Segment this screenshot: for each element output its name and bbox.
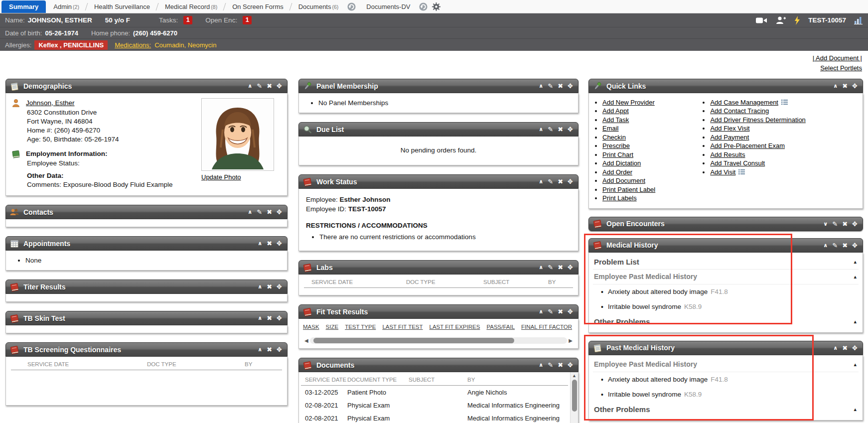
column-header[interactable]: SERVICE DATE (305, 377, 347, 383)
move-portlet-icon[interactable]: ✥ (568, 126, 573, 133)
history-item[interactable]: Anxiety about altered body image F41.8 (593, 284, 859, 299)
quick-link[interactable]: Add Driver Fitness Determination (710, 116, 805, 124)
quick-link[interactable]: Add Pre-Placement Exam (710, 142, 785, 149)
collapse-portlet-icon[interactable]: ∧ (258, 284, 262, 289)
quick-link[interactable]: Prescribe (602, 142, 630, 149)
edit-portlet-icon[interactable]: ✎ (548, 178, 553, 185)
move-portlet-icon[interactable]: ✥ (277, 209, 282, 215)
section-employee-past-medical-history[interactable]: Employee Past Medical History ▴ (593, 270, 859, 284)
fit-test-horizontal-scrollbar[interactable]: ◀ ▶ (303, 337, 574, 344)
portlet-labs-header[interactable]: Labs ∧ ✎ ✖ ✥ (298, 260, 579, 275)
close-portlet-icon[interactable]: ✖ (267, 209, 272, 215)
lightning-bolt-icon[interactable] (794, 16, 800, 25)
section-problem-list[interactable]: Problem List ▴ (593, 255, 859, 270)
quick-link[interactable]: Add Contact Tracing (710, 107, 769, 115)
portlet-tb-skin-test-header[interactable]: TB Skin Test ∧ ✖ ✥ (5, 311, 288, 325)
quick-link[interactable]: Print Patient Label (602, 186, 655, 193)
select-portlets-link[interactable]: Select Portlets (820, 64, 862, 72)
collapse-portlet-icon[interactable]: ∧ (833, 345, 838, 351)
portlet-past-medical-history-header[interactable]: Past Medical History ∧ ✖ ✥ (588, 341, 863, 355)
portlet-medical-history-header[interactable]: Medical History ∧ ✎ ✖ ✥ (588, 238, 863, 253)
open-enc-count-badge[interactable]: 1 (243, 16, 252, 24)
move-portlet-icon[interactable]: ✥ (568, 264, 573, 271)
move-portlet-icon[interactable]: ✥ (568, 178, 573, 185)
scrollbar-thumb[interactable] (572, 380, 577, 412)
list-icon[interactable] (738, 169, 745, 175)
add-document-link[interactable]: | Add Document | (813, 54, 862, 62)
column-header[interactable]: BY (467, 377, 475, 383)
column-header[interactable]: MASK (303, 324, 319, 330)
collapse-section-arrow-icon[interactable]: ▴ (854, 406, 858, 413)
quick-link[interactable]: Add Flex Visit (710, 125, 749, 132)
quick-link[interactable]: Add Document (602, 177, 645, 184)
collapse-portlet-icon[interactable]: ∧ (258, 315, 262, 321)
column-header[interactable]: DOC TYPE (406, 279, 483, 285)
collapse-portlet-icon[interactable]: ∧ (539, 179, 543, 184)
portlet-demographics-header[interactable]: Demographics ∧ ✎ ✖ ✥ (5, 79, 288, 93)
add-person-icon[interactable] (775, 16, 786, 25)
close-portlet-icon[interactable]: ✖ (267, 240, 272, 247)
portlet-due-list-header[interactable]: Due List ∧ ✎ ✖ ✥ (298, 122, 579, 137)
history-item[interactable]: Irritable bowel syndrome K58.9 (593, 299, 859, 314)
move-portlet-icon[interactable]: ✥ (852, 83, 858, 89)
move-portlet-icon[interactable]: ✥ (852, 345, 858, 351)
move-portlet-icon[interactable]: ✥ (852, 221, 858, 227)
quick-link[interactable]: Add Dictation (602, 159, 641, 167)
settings-gear-icon[interactable] (432, 2, 441, 11)
move-portlet-icon[interactable]: ✥ (277, 346, 282, 353)
close-portlet-icon[interactable]: ✖ (558, 178, 563, 185)
edit-portlet-icon[interactable]: ✎ (548, 264, 553, 271)
column-header[interactable]: BY (245, 361, 252, 367)
close-portlet-icon[interactable]: ✖ (267, 315, 272, 321)
section-employee-past-medical-history[interactable]: Employee Past Medical History ▴ (593, 357, 859, 372)
tasks-count-badge[interactable]: 1 (183, 16, 192, 24)
detach-documents-dv-tab-icon[interactable] (419, 2, 428, 11)
close-portlet-icon[interactable]: ✖ (558, 126, 563, 133)
quick-link[interactable]: Add Results (710, 151, 745, 158)
move-portlet-icon[interactable]: ✥ (852, 242, 858, 249)
history-item[interactable]: Anxiety about altered body image F41.8 (593, 372, 859, 387)
column-header[interactable]: SERVICE DATE (27, 361, 147, 367)
tab-admin[interactable]: Admin(2) (46, 0, 87, 13)
quick-link[interactable]: Checkin (602, 134, 626, 141)
quick-link[interactable]: Add New Provider (602, 99, 655, 106)
column-header[interactable]: BY (548, 279, 556, 285)
close-portlet-icon[interactable]: ✖ (558, 362, 563, 368)
close-portlet-icon[interactable]: ✖ (558, 83, 563, 89)
table-row[interactable]: 03-12-2025 Patient Photo Angie Nichols (301, 386, 568, 399)
close-portlet-icon[interactable]: ✖ (842, 345, 848, 351)
collapse-portlet-icon[interactable]: ∧ (539, 83, 543, 89)
patient-name-link[interactable]: Johnson, Esther (26, 99, 75, 108)
portlet-panel-membership-header[interactable]: Panel Membership ∧ ✎ ✖ ✥ (298, 79, 579, 93)
scroll-up-arrow-icon[interactable]: ▲ (572, 373, 577, 379)
video-camera-icon[interactable] (755, 16, 767, 24)
portlet-open-encounters-header[interactable]: Open Encounters ∨ ✎ ✖ ✥ (588, 217, 863, 231)
quick-link[interactable]: Add Order (602, 168, 632, 176)
detach-documents-tab-icon[interactable] (347, 2, 356, 11)
move-portlet-icon[interactable]: ✥ (568, 83, 573, 89)
collapse-portlet-icon[interactable]: ∧ (248, 83, 252, 89)
column-header[interactable]: LAST FIT EXPIRES (430, 324, 480, 330)
portlet-titer-results-header[interactable]: Titer Results ∧ ✖ ✥ (5, 280, 288, 294)
section-other-problems[interactable]: Other Problems ▴ (593, 402, 859, 417)
move-portlet-icon[interactable]: ✥ (568, 362, 573, 368)
close-portlet-icon[interactable]: ✖ (842, 242, 848, 249)
close-portlet-icon[interactable]: ✖ (558, 308, 563, 315)
tab-documents-dv[interactable]: Documents-DV (359, 0, 418, 13)
column-header[interactable]: SUBJECT (409, 377, 467, 383)
move-portlet-icon[interactable]: ✥ (277, 240, 282, 247)
column-header[interactable]: FINAL FIT FACTOR (521, 324, 572, 330)
collapse-portlet-icon[interactable]: ∧ (539, 309, 543, 314)
scroll-right-arrow-icon[interactable]: ▶ (567, 338, 574, 343)
move-portlet-icon[interactable]: ✥ (277, 283, 282, 290)
collapse-portlet-icon[interactable]: ∧ (258, 241, 262, 246)
collapse-section-arrow-icon[interactable]: ▴ (854, 318, 858, 325)
portlet-tb-screening-header[interactable]: TB Screening Questionnaires ∧ ✖ ✥ (5, 342, 288, 357)
close-portlet-icon[interactable]: ✖ (558, 264, 563, 271)
column-header[interactable]: SUBJECT (483, 279, 548, 285)
quick-link[interactable]: Add Payment (710, 134, 749, 141)
table-row[interactable]: 02-08-2021 Physical Exam Medical Informa… (301, 399, 568, 412)
tab-medical-record[interactable]: Medical Record(8) (157, 0, 225, 13)
edit-portlet-icon[interactable]: ✎ (832, 242, 838, 249)
portlet-fit-test-results-header[interactable]: Fit Test Results ∧ ✎ ✖ ✥ (298, 304, 579, 319)
